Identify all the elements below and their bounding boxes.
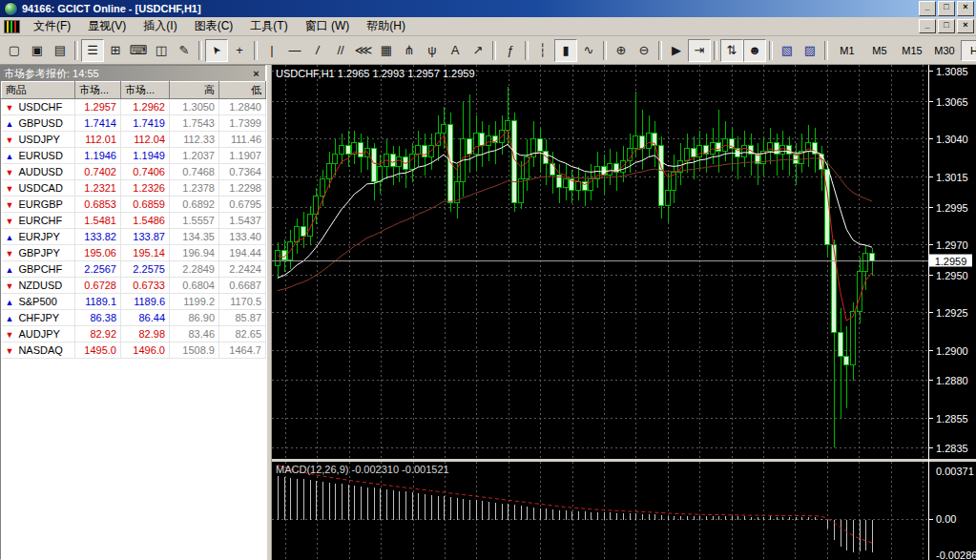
chart-shift-button[interactable]: ⇥	[688, 39, 711, 62]
line-mode-button[interactable]: ∿	[577, 39, 600, 62]
new-order-button[interactable]: ✎	[173, 39, 196, 62]
down-arrow-icon: ▼	[6, 135, 14, 145]
zoom-in-button[interactable]: ⊕	[610, 39, 633, 62]
up-arrow-icon: ▲	[6, 314, 14, 323]
menu-item-v[interactable]: 显视(V)	[79, 16, 135, 36]
ask-value: 82.98	[121, 326, 170, 342]
andrews-pitchfork-button[interactable]: ⋔	[398, 39, 421, 62]
column-header[interactable]: 商品	[2, 82, 75, 99]
fibo-grid-button[interactable]: ▦	[375, 39, 398, 62]
child-minimize-button[interactable]: _	[919, 19, 936, 33]
timeframe-h1-button[interactable]: H1	[961, 40, 976, 61]
cursor-button[interactable]: ➤	[205, 39, 228, 62]
window-list-button[interactable]: ▨	[799, 39, 821, 62]
fibo-arcs-button[interactable]: ψ	[421, 39, 444, 62]
symbol-label: NZDUSD	[18, 280, 62, 291]
price-tick-label: 1.2835	[936, 443, 968, 454]
bid-value: 195.06	[75, 245, 121, 261]
ask-value: 1.2962	[121, 99, 170, 115]
column-header[interactable]: 市场...	[121, 82, 170, 99]
low-value: 1170.5	[219, 294, 266, 310]
bid-value: 0.6853	[75, 197, 121, 213]
price-tick-label: 1.2925	[936, 307, 968, 319]
low-value: 1.1907	[219, 148, 266, 164]
pane-splitter[interactable]	[272, 459, 976, 462]
menu-item-t[interactable]: 工具(T)	[241, 16, 296, 36]
data-window-button[interactable]: ⊞	[104, 39, 127, 62]
auto-scroll-icon: ▶	[672, 43, 681, 57]
crosshair-button[interactable]: +	[228, 39, 251, 62]
market-watch-titlebar[interactable]: 市场参考报价: 14:55 ×	[1, 66, 265, 81]
chart-window-icon[interactable]	[4, 20, 20, 33]
low-value: 2.2424	[219, 261, 266, 278]
indicators-button[interactable]: ƒ	[499, 39, 522, 62]
vertical-line-button[interactable]: |	[260, 39, 283, 62]
timeframe-m1-button[interactable]: M1	[831, 40, 863, 61]
arrow-marks-button[interactable]: ↗	[467, 39, 489, 62]
quote-row-eurjpy[interactable]: ▲EURJPY133.82133.87134.35133.40	[2, 229, 266, 245]
horizontal-line-button[interactable]: —	[283, 39, 306, 62]
zoom-out-button[interactable]: ⊖	[633, 39, 655, 62]
bar-mode-button[interactable]: ┆	[531, 39, 554, 62]
close-button[interactable]: ×	[957, 1, 974, 16]
price-chart[interactable]: 1.30851.30651.30401.30151.29951.29701.29…	[272, 65, 976, 560]
quote-row-chfjpy[interactable]: ▲CHFJPY86.3886.4486.9085.87	[2, 310, 266, 326]
child-restore-button[interactable]: □	[938, 19, 955, 33]
menu-item-w[interactable]: 窗口 (W)	[297, 16, 359, 36]
up-arrow-icon: ▲	[6, 152, 14, 161]
symbol-label: USDCHF	[18, 101, 62, 113]
quote-row-usdjpy[interactable]: ▼USDJPY112.01112.04112.33111.46	[2, 132, 266, 148]
terminal-button[interactable]: ⌨	[127, 39, 150, 62]
quote-row-nasdaq[interactable]: ▼NASDAQ1495.01496.01508.91464.7	[2, 342, 266, 359]
quote-row-audusd[interactable]: ▼AUDUSD0.74020.74060.74680.7364	[2, 164, 266, 180]
restore-button[interactable]: □	[938, 1, 955, 16]
equidistant-channel-button[interactable]: //	[329, 39, 352, 62]
menu-item-i[interactable]: 插入(I)	[135, 16, 185, 36]
title-bar[interactable]: 94166: GCICT Online - [USDCHF,H1] _□×	[0, 0, 976, 17]
quote-row-audjpy[interactable]: ▼AUDJPY82.9282.9883.4682.65	[2, 326, 266, 342]
quote-row-gbpusd[interactable]: ▲GBPUSD1.74141.74191.75431.7399	[2, 115, 266, 132]
history-center-button[interactable]: ◫	[150, 39, 173, 62]
print-button[interactable]: ▤	[49, 39, 72, 62]
column-header[interactable]: 高	[170, 82, 219, 99]
minimize-button[interactable]: _	[919, 1, 936, 16]
menu-item-f[interactable]: 文件(F)	[25, 16, 79, 36]
save-button[interactable]: ▣	[26, 39, 49, 62]
terminal-icon: ⌨	[130, 43, 148, 57]
timeframe-m30-button[interactable]: M30	[928, 40, 961, 61]
menu-item-c[interactable]: 图表(C)	[186, 16, 242, 36]
expert-wizard-button[interactable]: ☻	[743, 39, 766, 62]
menu-item-h[interactable]: 帮助(H)	[358, 16, 414, 36]
quote-row-eurusd[interactable]: ▲EURUSD1.19461.19491.20371.1907	[2, 148, 266, 164]
quote-row-gbpjpy[interactable]: ▼GBPJPY195.06195.14196.94194.44	[2, 245, 266, 261]
toolbar-separator	[714, 41, 717, 60]
market-watch-button[interactable]: ☰	[81, 39, 104, 62]
timeframe-m15-button[interactable]: M15	[896, 40, 928, 61]
high-value: 1.3050	[170, 99, 219, 115]
candle-mode-button[interactable]: ▮	[554, 39, 577, 62]
data-window-icon: ⊞	[111, 43, 121, 57]
new-chart-button[interactable]: ▢	[3, 39, 26, 62]
fibo-fan-button[interactable]: ⋘	[352, 39, 375, 62]
new-window-button[interactable]: ▧	[776, 39, 799, 62]
quote-row-usdcad[interactable]: ▼USDCAD1.23211.23261.23781.2298	[2, 180, 266, 197]
history-center-icon: ◫	[156, 43, 167, 57]
quote-row-sp500[interactable]: ▲S&P5001189.11189.61199.21170.5	[2, 294, 266, 310]
column-header[interactable]: 市场...	[75, 82, 121, 99]
auto-scroll-button[interactable]: ▶	[665, 39, 688, 62]
trend-line-button[interactable]: /	[306, 39, 329, 62]
quote-row-gbpchf[interactable]: ▲GBPCHF2.25672.25752.28492.2424	[2, 261, 266, 278]
column-header[interactable]: 低	[219, 82, 266, 99]
quote-row-eurgbp[interactable]: ▼EURGBP0.68530.68590.68920.6795	[2, 197, 266, 213]
timeframe-m5-button[interactable]: M5	[863, 40, 896, 61]
expert-list-button[interactable]: ⇅	[720, 39, 743, 62]
quote-row-eurchf[interactable]: ▼EURCHF1.54811.54861.55571.5437	[2, 213, 266, 229]
low-value: 133.40	[219, 229, 266, 245]
quote-row-usdchf[interactable]: ▼USDCHF1.29571.29621.30501.2840	[2, 99, 266, 115]
text-label-button[interactable]: A	[444, 39, 467, 62]
bid-value: 0.7402	[75, 164, 121, 180]
market-watch-close-button[interactable]: ×	[250, 68, 262, 79]
bid-value: 1.2321	[75, 180, 121, 197]
quote-row-nzdusd[interactable]: ▼NZDUSD0.67280.67330.68040.6687	[2, 278, 266, 294]
child-close-button[interactable]: ×	[957, 19, 974, 33]
